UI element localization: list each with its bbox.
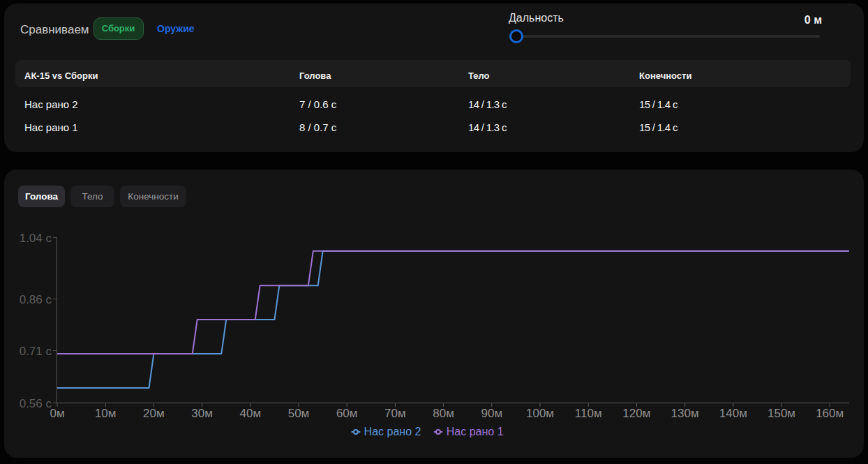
svg-text:1.04 с: 1.04 с	[20, 232, 52, 245]
svg-text:Нас рано 2: Нас рано 2	[364, 426, 421, 437]
svg-text:60м: 60м	[336, 407, 358, 420]
svg-text:0.86 с: 0.86 с	[20, 293, 52, 306]
svg-text:80м: 80м	[433, 407, 454, 420]
svg-text:70м: 70м	[384, 407, 406, 420]
svg-text:120м: 120м	[622, 407, 650, 420]
svg-text:90м: 90м	[481, 407, 502, 420]
svg-text:160м: 160м	[816, 407, 844, 420]
svg-text:20м: 20м	[143, 407, 165, 420]
svg-text:10м: 10м	[95, 407, 117, 420]
svg-text:100м: 100м	[526, 407, 554, 420]
svg-text:40м: 40м	[239, 407, 261, 420]
svg-text:150м: 150м	[768, 407, 795, 420]
svg-text:0.71 с: 0.71 с	[20, 345, 52, 358]
svg-text:140м: 140м	[719, 407, 747, 420]
svg-text:0.56 с: 0.56 с	[20, 397, 52, 410]
svg-text:Нас рано 1: Нас рано 1	[447, 426, 504, 437]
svg-text:130м: 130м	[671, 407, 699, 420]
svg-text:50м: 50м	[288, 407, 310, 420]
svg-text:30м: 30м	[191, 407, 213, 420]
svg-text:0м: 0м	[50, 407, 64, 420]
svg-text:110м: 110м	[575, 407, 602, 420]
